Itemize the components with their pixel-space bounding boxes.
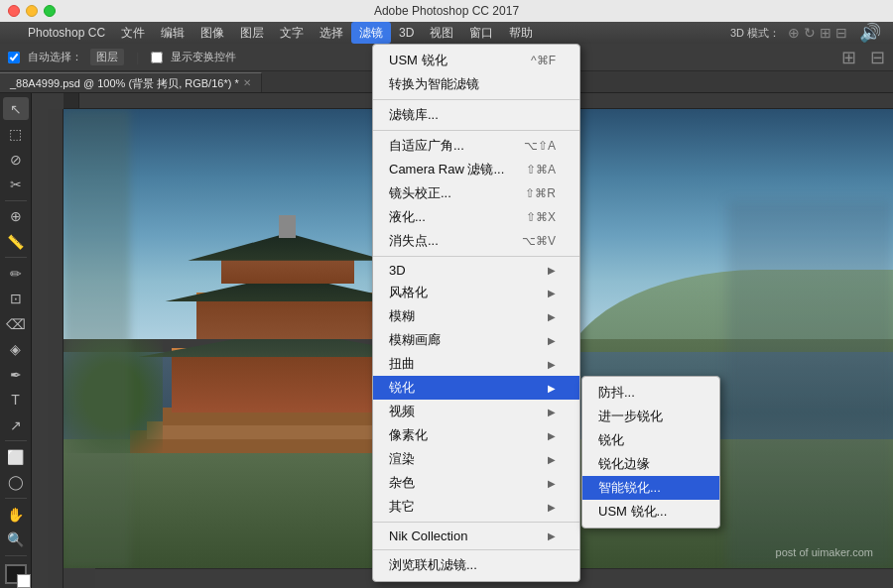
- filter-smart-convert[interactable]: 转换为智能滤镜: [373, 72, 579, 96]
- filter-stylize[interactable]: 风格化 ▶: [373, 281, 579, 304]
- menu-text[interactable]: 文字: [272, 22, 312, 44]
- filter-vanish[interactable]: 消失点... ⌥⌘V: [373, 229, 579, 253]
- sharpen-smart[interactable]: 智能锐化...: [582, 476, 719, 500]
- menu-window[interactable]: 窗口: [461, 22, 501, 44]
- filter-video[interactable]: 视频 ▶: [373, 400, 579, 423]
- menu-apple[interactable]: [4, 22, 20, 44]
- filter-distort[interactable]: 扭曲 ▶: [373, 352, 579, 376]
- filter-smart-convert-label: 转换为智能滤镜: [389, 75, 479, 93]
- tool-measure[interactable]: 📏: [3, 230, 29, 253]
- tool-hand[interactable]: ✋: [3, 503, 29, 526]
- tool-zoom[interactable]: 🔍: [3, 528, 29, 550]
- tab-filename: _88A4999.psd @ 100% (背景 拷贝, RGB/16*) *: [10, 73, 239, 93]
- tool-shape[interactable]: ⬜: [3, 445, 29, 468]
- tool-separator-3: [5, 440, 27, 441]
- menu-photoshop[interactable]: Photoshop CC: [20, 22, 113, 44]
- tool-pen[interactable]: ✒: [3, 363, 29, 386]
- filter-blur[interactable]: 模糊 ▶: [373, 304, 579, 328]
- document-tab[interactable]: _88A4999.psd @ 100% (背景 拷贝, RGB/16*) * ✕: [0, 72, 262, 92]
- filter-liquify[interactable]: 液化... ⇧⌘X: [373, 205, 579, 229]
- sharpen-more[interactable]: 进一步锐化: [582, 405, 719, 428]
- menu-file[interactable]: 文件: [113, 22, 153, 44]
- filter-blur-arrow: ▶: [548, 311, 556, 322]
- filter-blur-label: 模糊: [389, 307, 415, 325]
- filter-sharpen-label: 锐化: [389, 379, 415, 397]
- filter-render-arrow: ▶: [548, 454, 556, 465]
- menu-filter[interactable]: 滤镜: [351, 22, 391, 44]
- sharpen-edges[interactable]: 锐化边缘: [582, 452, 719, 476]
- menu-help[interactable]: 帮助: [501, 22, 541, 44]
- menu-3d[interactable]: 3D: [391, 22, 422, 44]
- sharpen-usm-label: USM 锐化...: [598, 503, 667, 521]
- menu-layer[interactable]: 图层: [232, 22, 272, 44]
- tool-brush[interactable]: ✏: [3, 262, 29, 285]
- filter-camera-raw[interactable]: Camera Raw 滤镜... ⇧⌘A: [373, 158, 579, 181]
- filter-browse[interactable]: 浏览联机滤镜...: [373, 553, 579, 577]
- tool-crop[interactable]: ⊕: [3, 205, 29, 228]
- filter-3d[interactable]: 3D ▶: [373, 260, 579, 281]
- filter-sharpen[interactable]: 锐化 ▶ 防抖... 进一步锐化 锐化 锐化边缘: [373, 376, 579, 400]
- show-transform-checkbox[interactable]: [151, 52, 163, 63]
- sharpen-usm[interactable]: USM 锐化...: [582, 500, 719, 524]
- filter-render[interactable]: 渲染 ▶: [373, 447, 579, 471]
- sharpen-anti-shake[interactable]: 防抖...: [582, 381, 719, 405]
- filter-liquify-label: 液化...: [389, 208, 426, 226]
- tool-marquee[interactable]: ⬚: [3, 122, 29, 145]
- tool-clone[interactable]: ⊡: [3, 288, 29, 310]
- filter-pixelate[interactable]: 像素化 ▶: [373, 423, 579, 447]
- filter-usm-shortcut: ^⌘F: [531, 54, 556, 67]
- tool-separator-2: [5, 257, 27, 258]
- tool-dodge[interactable]: ◈: [3, 338, 29, 361]
- filter-adaptive-wide-shortcut: ⌥⇧A: [524, 139, 556, 153]
- toolbar: ↖ ⬚ ⊘ ✂ ⊕ 📏 ✏ ⊡ ⌫ ◈ ✒ T ↗ ⬜ ◯ ✋ 🔍: [0, 93, 32, 588]
- menu-view[interactable]: 视图: [422, 22, 461, 44]
- filter-stylize-label: 风格化: [389, 284, 428, 301]
- watermark: post of uimaker.com: [776, 546, 873, 558]
- filter-pixelate-arrow: ▶: [548, 430, 556, 441]
- sharpen-basic[interactable]: 锐化: [582, 428, 719, 452]
- filter-3d-label: 3D: [389, 263, 406, 278]
- vertical-ruler: [48, 109, 64, 588]
- filter-other[interactable]: 其它 ▶: [373, 495, 579, 519]
- filter-blur-gallery[interactable]: 模糊画廊 ▶: [373, 328, 579, 352]
- filter-lens-correct[interactable]: 镜头校正... ⇧⌘R: [373, 181, 579, 205]
- filter-gallery[interactable]: 滤镜库...: [373, 103, 579, 127]
- tool-lasso[interactable]: ⊘: [3, 148, 29, 171]
- sharpen-submenu: 防抖... 进一步锐化 锐化 锐化边缘 智能锐化... US: [581, 376, 720, 529]
- blur-right: [727, 201, 893, 568]
- maximize-button[interactable]: [44, 5, 56, 17]
- title-bar: Adobe Photoshop CC 2017: [0, 0, 893, 22]
- filter-noise[interactable]: 杂色 ▶: [373, 471, 579, 495]
- background-color[interactable]: [17, 574, 31, 588]
- filter-nik[interactable]: Nik Collection ▶: [373, 526, 579, 546]
- filter-camera-raw-shortcut: ⇧⌘A: [526, 163, 556, 176]
- tool-move[interactable]: ↖: [3, 97, 29, 120]
- tool-separator-1: [5, 200, 27, 201]
- tab-close-button[interactable]: ✕: [243, 73, 251, 93]
- filter-nik-label: Nik Collection: [389, 529, 467, 543]
- auto-select-checkbox[interactable]: [8, 52, 20, 63]
- window-title: Adobe Photoshop CC 2017: [374, 4, 519, 18]
- tool-path-select[interactable]: ↗: [3, 413, 29, 436]
- sep-3: [373, 256, 579, 257]
- menu-image[interactable]: 图像: [192, 22, 232, 44]
- tool-3d[interactable]: ◯: [3, 471, 29, 494]
- filter-vanish-label: 消失点...: [389, 232, 439, 250]
- menu-edit[interactable]: 编辑: [153, 22, 192, 44]
- sep-2: [373, 130, 579, 131]
- menu-select[interactable]: 选择: [312, 22, 351, 44]
- tool-text[interactable]: T: [3, 388, 29, 411]
- minimize-button[interactable]: [26, 5, 38, 17]
- filter-video-label: 视频: [389, 403, 415, 420]
- pagoda-body-lower: [172, 348, 404, 412]
- filter-sharpen-arrow: ▶: [548, 383, 556, 394]
- filter-other-arrow: ▶: [548, 502, 556, 513]
- tool-heal[interactable]: ⌫: [3, 312, 29, 335]
- filter-usm[interactable]: USM 锐化 ^⌘F: [373, 49, 579, 72]
- tool-quick-select[interactable]: ✂: [3, 173, 29, 195]
- filter-adaptive-wide[interactable]: 自适应广角... ⌥⇧A: [373, 134, 579, 158]
- close-button[interactable]: [8, 5, 20, 17]
- show-transform-label: 显示变换控件: [171, 50, 236, 64]
- foreground-color[interactable]: [5, 564, 27, 584]
- filter-liquify-shortcut: ⇧⌘X: [526, 210, 556, 224]
